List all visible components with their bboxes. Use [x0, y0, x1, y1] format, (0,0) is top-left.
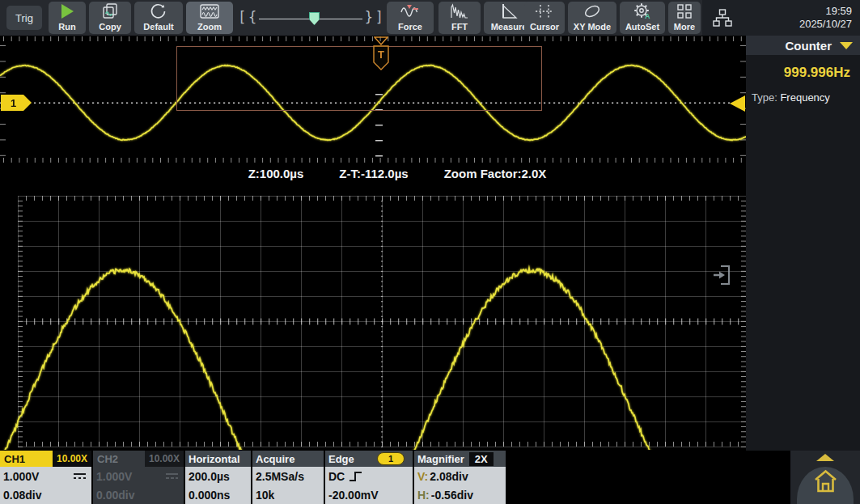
ch1-offset: 0.08div [3, 489, 41, 502]
oscilloscope-app: Trig Run Copy Default [0, 0, 860, 504]
zoom-timebase: Z:100.0µs [248, 167, 304, 180]
dc-coupling-icon [74, 473, 86, 480]
zoom-waveform-icon [199, 2, 220, 21]
default-reset-icon [149, 2, 168, 21]
clock-time: 19:59 [799, 5, 852, 18]
cursor-icon [535, 2, 554, 21]
copy-icon [100, 2, 120, 21]
rising-edge-icon [349, 470, 362, 483]
ch2-header: CH2 10.00X [93, 451, 184, 467]
waveform-display: T 1 Z:100.0µs Z-T:-112.0µs Zoom Factor:2… [0, 36, 746, 451]
counter-type-row: Type: Frequency [746, 91, 860, 104]
counter-value: 999.996Hz [746, 65, 860, 81]
trigger-position-icon[interactable] [374, 36, 388, 45]
run-button[interactable]: Run [49, 2, 86, 34]
counter-header[interactable]: Counter [746, 36, 860, 55]
ch2-status-block[interactable]: CH2 10.00X 1.000V 0.00div [93, 451, 184, 504]
clock-panel: 19:59 2025/10/27 [702, 0, 860, 36]
counter-type-value: Frequency [780, 91, 829, 104]
trigger-marker-letter: T [378, 49, 384, 61]
edge-coupling: DC [328, 470, 345, 483]
status-bar: CH1 10.00X 1.000V 0.08div CH2 10.00X 1.0… [0, 451, 860, 504]
horizontal-title: Horizontal [189, 453, 240, 465]
acquire-title: Acquire [256, 453, 294, 465]
top-toolbar: Trig Run Copy Default [0, 0, 860, 36]
xy-mode-button[interactable]: XY Mode [568, 2, 616, 34]
acquire-mem-depth: 10k [256, 489, 274, 502]
slider-outer-left-bracket: [ [238, 9, 246, 25]
acquire-sample-rate: 2.5MSa/s [256, 470, 304, 483]
channel1-marker-number: 1 [11, 97, 16, 109]
slider-inner-left-bracket[interactable]: { [248, 9, 256, 25]
ch1-scale: 1.000V [3, 470, 39, 483]
trig-button[interactable]: Trig [6, 6, 42, 30]
copy-button[interactable]: Copy [89, 2, 131, 34]
magnifier-h-value: -0.56div [431, 489, 473, 502]
channel1-position-marker[interactable]: 1 [1, 95, 32, 112]
zoom-window-rect[interactable] [176, 46, 542, 111]
acquire-status-block[interactable]: Acquire 2.5MSa/s 10k [252, 451, 324, 504]
edge-level: -20.00mV [328, 489, 378, 502]
slider-outer-right-bracket: ] [375, 9, 383, 25]
default-button[interactable]: Default [134, 2, 183, 34]
home-button[interactable] [813, 468, 838, 494]
magnifier-factor-badge: 2X [469, 452, 494, 466]
trigger-level-marker[interactable] [730, 95, 745, 112]
more-button[interactable]: More [668, 2, 701, 34]
zoom-factor: Zoom Factor:2.0X [444, 167, 547, 180]
clock-date: 2025/10/27 [799, 18, 852, 31]
fft-spectrum-icon [450, 2, 469, 21]
slider-inner-right-bracket[interactable]: } [365, 9, 373, 25]
ch1-status-block[interactable]: CH1 10.00X 1.000V 0.08div [0, 451, 91, 504]
edge-trigger-status-block[interactable]: Edge 1 DC -20.00mV [325, 451, 413, 504]
magnifier-v-label: V: [417, 470, 428, 483]
collapse-up-arrow[interactable] [816, 454, 834, 461]
magnifier-v-value: 2.08div [430, 470, 468, 483]
ch2-scale: 1.000V [96, 470, 132, 483]
fft-button[interactable]: FFT [438, 2, 481, 34]
force-button[interactable]: Force [387, 2, 434, 34]
ch2-offset: 0.00div [96, 489, 134, 502]
magnifier-h-label: H: [417, 489, 430, 502]
ch1-label: CH1 [0, 453, 53, 465]
magnifier-status-block[interactable]: Magnifier 2X V: 2.08div H: -0.56div [414, 451, 506, 504]
slider-position-marker[interactable] [309, 12, 320, 25]
edge-title: Edge [328, 453, 354, 465]
magnifier-title: Magnifier [417, 453, 464, 465]
dc-coupling-icon-dim [166, 473, 178, 480]
chevron-down-icon [840, 42, 853, 49]
horizontal-timebase: 200.0µs [189, 470, 230, 483]
svg-text:A: A [645, 12, 650, 20]
horizontal-position-slider[interactable]: [ { } ] [238, 2, 383, 34]
measure-icon [499, 2, 519, 21]
trigger-marker[interactable]: T [373, 45, 389, 70]
clock: 19:59 2025/10/27 [799, 5, 860, 31]
exit-zoom-icon[interactable] [712, 264, 731, 286]
zoom-info-bar: Z:100.0µs Z-T:-112.0µs Zoom Factor:2.0X [0, 163, 746, 183]
counter-type-label: Type: [752, 91, 777, 104]
cursor-button[interactable]: Cursor [524, 2, 565, 34]
run-play-icon [61, 2, 74, 21]
counter-title: Counter [786, 39, 832, 53]
horizontal-delay: 0.000ns [189, 489, 230, 502]
counter-sidebar: Counter 999.996Hz Type: Frequency [746, 36, 860, 451]
zoom-delay: Z-T:-112.0µs [339, 167, 408, 180]
ch1-header: CH1 10.00X [0, 451, 91, 467]
ch2-label: CH2 [93, 453, 145, 465]
network-lan-icon[interactable] [712, 7, 733, 28]
autoset-gear-icon: A [633, 2, 652, 21]
zoom-button[interactable]: Zoom [186, 2, 233, 34]
force-trigger-icon [400, 2, 421, 21]
more-grid-icon [676, 2, 693, 21]
zoomed-waveform-canvas [0, 183, 746, 451]
horizontal-status-block[interactable]: Horizontal 200.0µs 0.000ns [185, 451, 251, 504]
edge-source-badge: 1 [377, 452, 405, 465]
ch2-probe-badge: 10.00X [145, 451, 184, 467]
autoset-button[interactable]: A AutoSet [620, 2, 665, 34]
ch1-probe-badge: 10.00X [53, 451, 91, 467]
home-panel [790, 451, 860, 504]
xy-mode-lissajous-icon [583, 2, 602, 21]
